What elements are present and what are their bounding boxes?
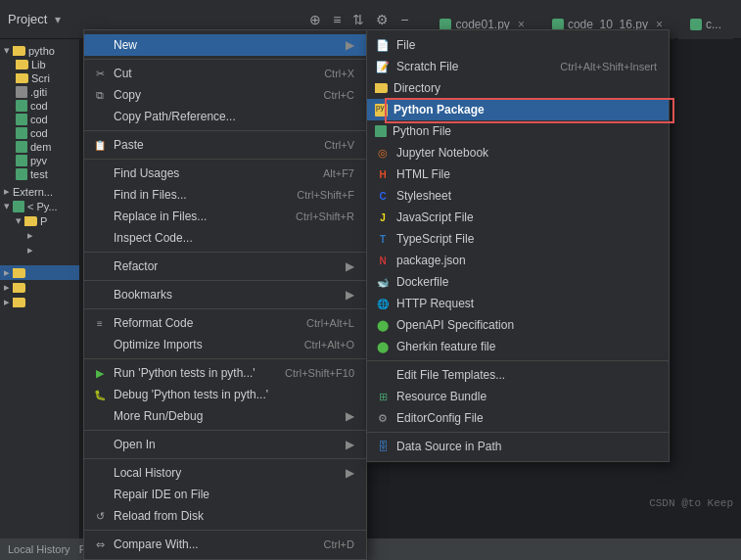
sidebar-item-py-proj[interactable]: ▾ < Py... xyxy=(0,199,79,213)
submenu-item-python-file[interactable]: Python File xyxy=(367,120,669,142)
cut-shortcut: Ctrl+X xyxy=(324,68,354,79)
repair-ide-icon xyxy=(92,487,108,502)
submenu-item-directory[interactable]: Directory xyxy=(367,77,669,99)
menu-item-replace-files[interactable]: Replace in Files... Ctrl+Shift+R xyxy=(84,206,366,227)
submenu-item-stylesheet[interactable]: C Stylesheet xyxy=(367,185,669,207)
menu-item-inspect-code[interactable]: Inspect Code... xyxy=(84,227,366,249)
menu-item-reload-disk[interactable]: ↺ Reload from Disk xyxy=(84,505,366,527)
submenu-item-datasource[interactable]: 🗄 Data Source in Path xyxy=(367,436,669,457)
new-arrow-icon: ▶ xyxy=(346,38,354,52)
submenu-item-http-label: HTTP Request xyxy=(396,297,657,310)
menu-item-more-run[interactable]: More Run/Debug ▶ xyxy=(84,405,366,427)
sidebar-item-test[interactable]: test xyxy=(0,167,79,181)
submenu-item-scratch[interactable]: 📝 Scratch File Ctrl+Alt+Shift+Insert xyxy=(367,56,669,77)
sidebar-item-e2[interactable]: ▸ xyxy=(0,280,79,295)
toolbar-icon-3[interactable]: ⇅ xyxy=(352,12,364,27)
tab-c[interactable]: c... xyxy=(678,10,733,39)
menu-item-paste-label: Paste xyxy=(114,138,318,152)
local-history-icon xyxy=(92,465,108,481)
sidebar-item-giti[interactable]: .giti xyxy=(0,85,79,99)
sidebar-item-dem[interactable]: dem xyxy=(0,140,79,154)
menu-item-optimize-label: Optimize Imports xyxy=(114,338,299,351)
scissors-icon: ✂ xyxy=(92,66,108,81)
submenu-item-ts[interactable]: T TypeScript File xyxy=(367,228,669,250)
more-run-arrow-icon: ▶ xyxy=(346,409,354,423)
menu-item-open-in[interactable]: Open In ▶ xyxy=(84,434,366,455)
menu-item-open-in-label: Open In xyxy=(114,438,336,451)
menu-item-debug[interactable]: 🐛 Debug 'Python tests in pyth...' xyxy=(84,384,366,405)
docker-icon: 🐋 xyxy=(375,274,391,290)
separator-5 xyxy=(84,280,366,281)
menu-item-find-files-label: Find in Files... xyxy=(114,188,291,202)
menu-item-local-history[interactable]: Local History ▶ xyxy=(84,462,366,484)
menu-item-find-files[interactable]: Find in Files... Ctrl+Shift+F xyxy=(84,184,366,206)
file-icon-giti xyxy=(16,86,27,98)
compare-with-shortcut: Ctrl+D xyxy=(324,538,354,550)
submenu-item-dockerfile[interactable]: 🐋 Dockerfile xyxy=(367,271,669,293)
submenu-item-http[interactable]: 🌐 HTTP Request xyxy=(367,293,669,314)
p-icon xyxy=(24,216,37,226)
separator-1 xyxy=(84,59,366,60)
sidebar-item-cod2[interactable]: cod xyxy=(0,113,79,126)
submenu-item-datasource-label: Data Source in Path xyxy=(396,440,657,453)
submenu-item-resource-bundle[interactable]: ⊞ Resource Bundle xyxy=(367,386,669,407)
menu-item-repair-ide[interactable]: Repair IDE on File xyxy=(84,484,366,505)
sidebar-item-ext[interactable]: ▸ Extern... xyxy=(0,181,79,199)
menu-item-reformat[interactable]: ≡ Reformat Code Ctrl+Alt+L xyxy=(84,312,366,334)
toolbar-icon-4[interactable]: ⚙ xyxy=(376,12,389,27)
sidebar-item-cod3[interactable]: cod xyxy=(0,126,79,140)
sidebar-item-cod1[interactable]: cod xyxy=(0,99,79,113)
submenu-item-html[interactable]: H HTML File xyxy=(367,163,669,185)
menu-item-refactor[interactable]: Refactor ▶ xyxy=(84,256,366,277)
submenu-item-file[interactable]: 📄 File xyxy=(367,34,669,56)
menu-item-compare-with[interactable]: ⇔ Compare With... Ctrl+D xyxy=(84,534,366,555)
toolbar-icon-2[interactable]: ≡ xyxy=(333,12,341,27)
context-menu: New ▶ ✂ Cut Ctrl+X ⧉ Copy Ctrl+C Copy Pa… xyxy=(83,29,367,560)
sidebar-item-p[interactable]: ▾ P xyxy=(0,213,79,228)
js-icon: J xyxy=(375,210,391,225)
menu-item-copy-path-label: Copy Path/Reference... xyxy=(114,110,354,123)
sidebar-item-e3[interactable]: ▸ xyxy=(0,295,79,309)
menu-item-cut[interactable]: ✂ Cut Ctrl+X xyxy=(84,63,366,84)
ext-label: Extern... xyxy=(13,186,53,198)
menu-item-find-usages[interactable]: Find Usages Alt+F7 xyxy=(84,163,366,184)
menu-item-local-history-label: Local History xyxy=(114,466,336,480)
submenu-item-edit-templates[interactable]: Edit File Templates... xyxy=(367,364,669,386)
folder-icon-e3 xyxy=(13,298,25,307)
py-icon-4 xyxy=(16,141,27,153)
sidebar-item-lib[interactable]: Lib xyxy=(0,58,79,71)
submenu-item-ts-label: TypeScript File xyxy=(396,232,657,246)
submenu-item-openapi[interactable]: ⬤ OpenAPI Specification xyxy=(367,314,669,336)
menu-item-run[interactable]: ▶ Run 'Python tests in pyth...' Ctrl+Shi… xyxy=(84,362,366,384)
folder-icon-lib xyxy=(16,60,28,70)
sidebar-item-python[interactable]: ▾ pytho xyxy=(0,43,79,58)
sidebar-item-e[interactable]: ▸ xyxy=(0,265,79,280)
sidebar-item-pyv[interactable]: pyv xyxy=(0,154,79,167)
menu-item-optimize-imports[interactable]: Optimize Imports Ctrl+Alt+O xyxy=(84,334,366,355)
menu-item-new[interactable]: New ▶ xyxy=(84,34,366,56)
sidebar-item-nested2[interactable]: ▸ xyxy=(0,243,79,257)
toolbar-icon-1[interactable]: ⊕ xyxy=(309,12,321,27)
submenu-item-edit-templates-label: Edit File Templates... xyxy=(396,368,657,382)
submenu-item-package-json[interactable]: N package.json xyxy=(367,250,669,271)
menu-item-copy[interactable]: ⧉ Copy Ctrl+C xyxy=(84,84,366,106)
file-icon: 📄 xyxy=(375,37,391,53)
toolbar-icon-5[interactable]: − xyxy=(400,12,408,27)
project-dropdown-icon[interactable]: ▾ xyxy=(55,13,61,26)
submenu-item-js[interactable]: J JavaScript File xyxy=(367,207,669,228)
python-file-icon xyxy=(375,125,387,137)
menu-item-compare-with-label: Compare With... xyxy=(114,537,318,551)
sidebar-item-scri[interactable]: Scri xyxy=(0,71,79,85)
open-in-arrow-icon: ▶ xyxy=(346,438,354,451)
submenu-item-jupyter[interactable]: ◎ Jupyter Notebook xyxy=(367,142,669,163)
menu-item-more-run-label: More Run/Debug xyxy=(114,409,336,423)
submenu-item-python-file-label: Python File xyxy=(393,124,657,138)
submenu-separator-2 xyxy=(367,432,669,433)
submenu-item-editorconfig[interactable]: ⚙ EditorConfig File xyxy=(367,407,669,429)
sidebar-item-nested[interactable]: ▸ xyxy=(0,228,79,243)
menu-item-copy-path[interactable]: Copy Path/Reference... xyxy=(84,106,366,127)
submenu-item-gherkin[interactable]: ⬤ Gherkin feature file xyxy=(367,336,669,357)
submenu-item-python-package[interactable]: py Python Package xyxy=(367,99,669,120)
menu-item-bookmarks[interactable]: Bookmarks ▶ xyxy=(84,284,366,305)
menu-item-paste[interactable]: 📋 Paste Ctrl+V xyxy=(84,134,366,156)
